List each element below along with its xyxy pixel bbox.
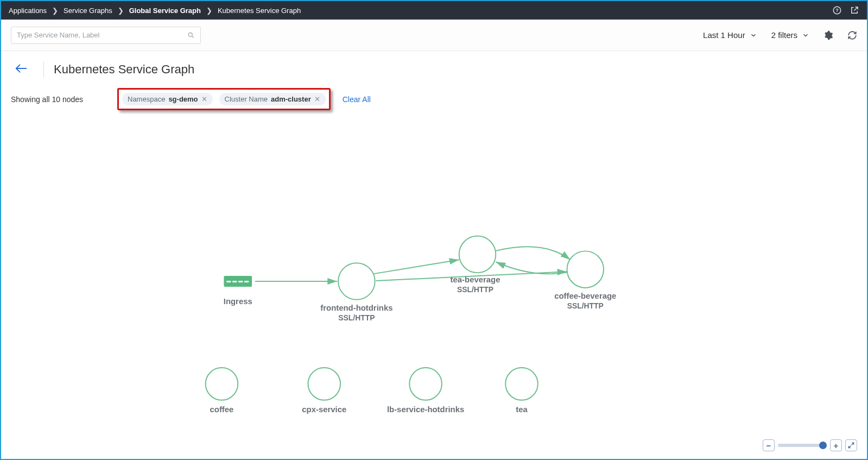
crumb-service-graphs[interactable]: Service Graphs — [64, 7, 112, 15]
node-coffee[interactable]: coffee — [206, 368, 238, 413]
svg-rect-10 — [232, 281, 237, 282]
node-frontend-label: frontend-hotdrinks — [320, 304, 392, 312]
svg-point-17 — [308, 368, 340, 400]
chevron-right-icon: ❯ — [118, 7, 124, 15]
chip-value: sg-demo — [168, 95, 198, 103]
zoom-slider[interactable] — [778, 444, 827, 447]
search-icon[interactable] — [187, 31, 195, 39]
chip-value: adm-cluster — [271, 95, 311, 103]
node-tea-beverage[interactable]: tea-beverage SSL/HTTP — [451, 236, 500, 294]
node-coffee-beverage-label: coffee-beverage — [554, 292, 616, 300]
filter-count-label: 2 filters — [771, 30, 797, 40]
node-cpx-service[interactable]: cpx-service — [302, 368, 346, 413]
gear-icon[interactable] — [823, 30, 833, 40]
node-tea-label: tea — [516, 405, 528, 414]
filter-count-selector[interactable]: 2 filters — [771, 30, 809, 40]
node-tea-beverage-sub: SSL/HTTP — [457, 285, 493, 294]
node-count-text: Showing all 10 nodes — [11, 95, 109, 104]
close-icon[interactable]: ✕ — [314, 95, 320, 103]
page-title: Kubernetes Service Graph — [54, 62, 194, 77]
node-frontend-sub: SSL/HTTP — [338, 313, 375, 322]
crumb-global-service-graph[interactable]: Global Service Graph — [129, 7, 201, 15]
top-breadcrumb-bar: Applications ❯ Service Graphs ❯ Global S… — [1, 1, 867, 20]
svg-line-6 — [374, 260, 459, 274]
zoom-slider-thumb[interactable] — [819, 442, 827, 449]
page-title-row: Kubernetes Service Graph — [1, 51, 867, 83]
svg-rect-11 — [238, 281, 243, 282]
breadcrumb: Applications ❯ Service Graphs ❯ Global S… — [9, 7, 301, 15]
node-cpx-label: cpx-service — [302, 405, 346, 414]
chip-key: Namespace — [128, 95, 165, 103]
back-button[interactable] — [11, 61, 34, 78]
svg-point-2 — [188, 33, 192, 36]
node-coffee-beverage[interactable]: coffee-beverage SSL/HTTP — [554, 251, 616, 310]
node-tea[interactable]: tea — [505, 368, 538, 413]
node-tea-beverage-label: tea-beverage — [451, 275, 500, 284]
zoom-in-button[interactable]: + — [830, 439, 842, 451]
svg-point-13 — [338, 263, 375, 300]
search-input[interactable] — [17, 31, 187, 39]
divider — [43, 61, 44, 78]
node-lb-label: lb-service-hotdrinks — [387, 405, 464, 414]
fit-to-screen-button[interactable] — [845, 439, 857, 451]
zoom-control: − + — [763, 439, 857, 451]
crumb-kubernetes-service-graph[interactable]: Kubernetes Service Graph — [218, 7, 301, 15]
node-lb-service-hotdrinks[interactable]: lb-service-hotdrinks — [387, 368, 464, 413]
help-icon[interactable]: ? — [832, 5, 842, 15]
time-range-selector[interactable]: Last 1 Hour — [703, 30, 757, 40]
filter-chip-group-highlight: Namespace sg-demo ✕ Cluster Name adm-clu… — [117, 88, 331, 110]
node-ingress-label: Ingress — [224, 297, 252, 306]
graph-canvas[interactable]: Ingress frontend-hotdrinks SSL/HTTP tea-… — [2, 110, 866, 458]
svg-rect-9 — [226, 281, 231, 282]
clear-all-link[interactable]: Clear All — [343, 95, 371, 104]
external-link-icon[interactable] — [850, 5, 859, 15]
chevron-right-icon: ❯ — [52, 7, 58, 15]
node-coffee-beverage-sub: SSL/HTTP — [567, 301, 604, 310]
filter-chip-cluster-name[interactable]: Cluster Name adm-cluster ✕ — [219, 93, 326, 105]
chevron-down-icon — [750, 31, 757, 39]
close-icon[interactable]: ✕ — [201, 95, 207, 103]
node-frontend-hotdrinks[interactable]: frontend-hotdrinks SSL/HTTP — [320, 263, 392, 322]
node-coffee-label: coffee — [210, 405, 234, 414]
svg-rect-12 — [244, 281, 249, 282]
svg-point-15 — [567, 251, 604, 288]
svg-point-18 — [409, 368, 442, 400]
crumb-applications[interactable]: Applications — [9, 7, 47, 15]
svg-line-3 — [192, 36, 194, 37]
chevron-down-icon — [802, 31, 809, 39]
search-input-wrapper[interactable] — [11, 27, 201, 44]
svg-point-16 — [206, 368, 238, 400]
chevron-right-icon: ❯ — [206, 7, 212, 15]
svg-text:?: ? — [835, 8, 839, 13]
chip-key: Cluster Name — [225, 95, 268, 103]
time-range-label: Last 1 Hour — [703, 30, 745, 40]
filter-chip-namespace[interactable]: Namespace sg-demo ✕ — [122, 93, 213, 105]
page-toolbar: Last 1 Hour 2 filters — [1, 20, 867, 51]
zoom-out-button[interactable]: − — [763, 439, 775, 451]
graph-edges — [255, 247, 571, 281]
refresh-icon[interactable] — [847, 30, 857, 40]
node-ingress[interactable]: Ingress — [224, 276, 252, 306]
svg-point-19 — [505, 368, 538, 400]
service-graph-svg[interactable]: Ingress frontend-hotdrinks SSL/HTTP tea-… — [2, 110, 866, 458]
svg-point-14 — [459, 236, 496, 273]
